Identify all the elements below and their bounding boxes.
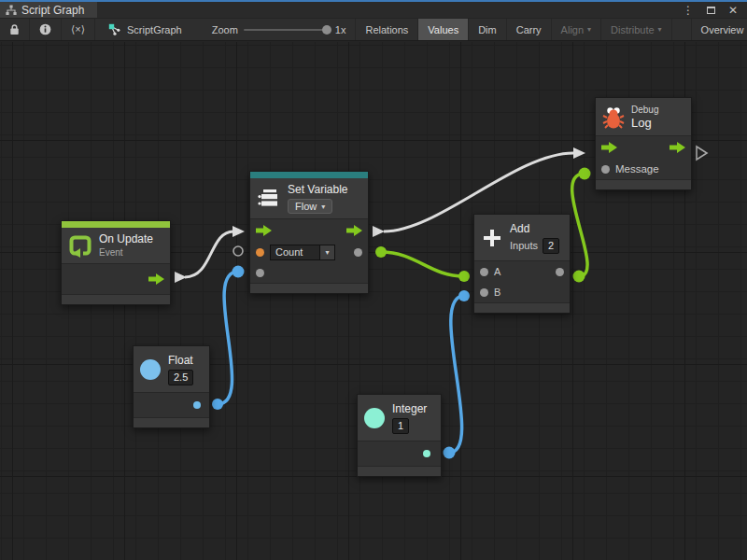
distribute-button[interactable]: Distribute▾ — [601, 19, 671, 40]
button-label: Values — [428, 24, 458, 35]
info-icon — [39, 23, 51, 35]
node-subtitle: Event — [99, 246, 153, 259]
message-input-port[interactable] — [601, 165, 610, 174]
tab-script-graph[interactable]: Script Graph — [0, 2, 97, 18]
button-label: Overview — [701, 24, 744, 35]
chevron-down-icon: ▾ — [658, 25, 662, 34]
node-footer — [250, 283, 368, 293]
loop-event-icon — [68, 233, 92, 258]
graph-toolbar: ⟨×⟩ ScriptGraph Zoom 1x Relations Values… — [0, 18, 747, 41]
node-footer — [596, 179, 691, 189]
flow-input-port[interactable] — [601, 142, 617, 153]
zoom-slider-handle[interactable] — [322, 25, 331, 35]
variable-select-dropdown[interactable]: Count ▾ — [270, 245, 335, 260]
float-type-icon — [140, 359, 161, 380]
chevron-down-icon: ▾ — [587, 25, 591, 34]
plus-icon — [481, 227, 503, 249]
port-label: A — [494, 266, 500, 277]
node-float[interactable]: Float 2.5 — [133, 345, 210, 428]
button-label: Distribute — [611, 24, 654, 35]
flow-output-port[interactable] — [346, 225, 362, 236]
node-title: On Update — [99, 232, 153, 246]
node-title: Integer — [392, 402, 427, 416]
relations-button[interactable]: Relations — [356, 19, 418, 40]
graph-name-label: ScriptGraph — [127, 24, 182, 35]
node-integer[interactable]: Integer 1 — [357, 394, 442, 477]
variable-accent-strip — [250, 172, 368, 178]
value-input-port[interactable] — [256, 269, 264, 277]
node-footer — [62, 294, 170, 304]
integer-value-field[interactable]: 1 — [392, 418, 409, 434]
node-title: Add — [510, 222, 559, 236]
flow-output-port[interactable] — [148, 273, 164, 285]
node-add[interactable]: Add Inputs 2 A B — [473, 214, 571, 314]
graph-breadcrumb[interactable]: ScriptGraph — [95, 19, 191, 40]
zoom-label: Zoom — [212, 24, 238, 35]
tab-label: Script Graph — [21, 4, 84, 17]
code-preview-button[interactable]: ⟨×⟩ — [62, 19, 95, 40]
window-controls: ⋮ ✕ — [683, 2, 747, 18]
port-label: Message — [615, 163, 659, 175]
dropdown-value: Count — [270, 245, 320, 260]
toolbar-spacer — [672, 19, 691, 40]
button-label: Relations — [365, 24, 408, 35]
node-footer — [134, 417, 209, 427]
node-footer — [358, 466, 441, 476]
port-label: B — [494, 287, 500, 298]
integer-output-port[interactable] — [423, 450, 430, 457]
node-on-update[interactable]: On Update Event — [61, 220, 171, 305]
node-footer — [474, 302, 570, 313]
node-title: Debug — [631, 104, 658, 116]
event-accent-strip — [62, 221, 170, 228]
node-debug-log[interactable]: Debug Log Message — [595, 97, 692, 190]
script-graph-asset-icon — [108, 23, 121, 36]
flow-output-port[interactable] — [669, 142, 685, 153]
dim-button[interactable]: Dim — [469, 19, 507, 40]
chevron-down-icon: ▾ — [321, 203, 325, 211]
info-button[interactable] — [30, 19, 62, 40]
code-icon: ⟨×⟩ — [71, 23, 85, 35]
bug-icon — [602, 105, 625, 130]
variable-kind-dropdown[interactable]: Flow ▾ — [288, 199, 332, 214]
zoom-slider[interactable] — [244, 29, 330, 31]
close-icon[interactable]: ✕ — [728, 5, 738, 16]
values-button[interactable]: Values — [418, 19, 469, 40]
variables-icon — [257, 188, 281, 210]
hierarchy-icon — [6, 5, 17, 16]
value-output-port[interactable] — [354, 248, 362, 257]
result-output-port[interactable] — [556, 268, 564, 276]
menu-icon[interactable]: ⋮ — [683, 5, 694, 16]
lock-button[interactable] — [0, 19, 30, 40]
carry-button[interactable]: Carry — [507, 19, 552, 40]
inputs-count-field[interactable]: 2 — [543, 238, 559, 254]
align-button[interactable]: Align▾ — [552, 19, 601, 40]
chevron-down-icon[interactable]: ▾ — [320, 245, 335, 260]
node-subtitle: Log — [631, 116, 658, 131]
maximize-icon[interactable] — [707, 7, 715, 14]
dropdown-value: Flow — [295, 201, 317, 212]
lock-icon — [9, 23, 20, 35]
overview-button[interactable]: Overview — [691, 19, 747, 40]
inputs-label: Inputs — [510, 239, 538, 252]
zoom-control: Zoom 1x — [191, 19, 356, 40]
float-output-port[interactable] — [193, 401, 201, 409]
button-label: Carry — [516, 24, 542, 35]
button-label: Align — [561, 24, 584, 35]
node-title: Float — [168, 354, 193, 368]
visual-scripting-window: Script Graph ⋮ ✕ ⟨×⟩ — [0, 0, 747, 560]
node-title: Set Variable — [288, 183, 347, 197]
integer-type-icon — [364, 408, 385, 428]
zoom-level: 1x — [335, 24, 346, 35]
title-bar: Script Graph ⋮ ✕ — [0, 2, 747, 18]
float-value-field[interactable]: 2.5 — [168, 370, 193, 385]
button-label: Dim — [478, 24, 497, 35]
input-a-port[interactable] — [480, 268, 488, 276]
flow-input-port[interactable] — [256, 225, 272, 236]
variable-name-port[interactable] — [256, 248, 264, 257]
node-set-variable[interactable]: Set Variable Flow ▾ Count ▾ — [249, 171, 369, 294]
input-b-port[interactable] — [480, 288, 488, 297]
